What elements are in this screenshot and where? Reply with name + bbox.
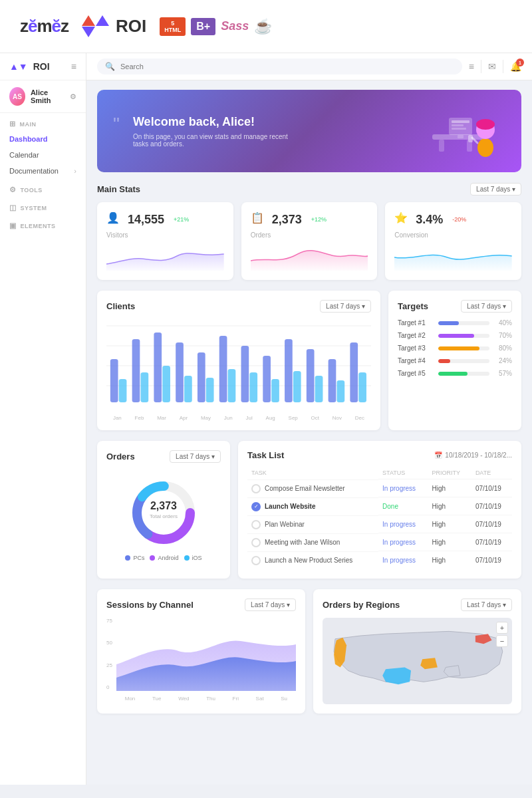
visitors-icon: 👤 — [106, 211, 122, 227]
svg-rect-32 — [271, 379, 279, 402]
task-checkbox-2[interactable]: ✓ — [251, 502, 261, 511]
menu-icon[interactable]: ≡ — [469, 61, 474, 72]
visitors-change: +21% — [174, 216, 189, 223]
bar-chart-labels: Jan Feb Mar Apr May Jun Jul Aug Sep Oct … — [106, 415, 371, 421]
task-checkbox-3[interactable] — [251, 520, 261, 529]
svg-rect-23 — [176, 342, 184, 402]
roi-logo: ROI — [82, 15, 146, 37]
search-icon: 🔍 — [105, 62, 115, 71]
task-checkbox-4[interactable] — [251, 538, 261, 547]
sass-badge: Sass — [221, 19, 249, 33]
svg-rect-31 — [263, 356, 271, 402]
svg-rect-17 — [110, 359, 118, 402]
elements-icon: ▣ — [9, 221, 17, 230]
svg-rect-34 — [293, 371, 301, 402]
task-list-card: Task List 📅 10/18/2019 - 10/18/2... TASK… — [238, 441, 521, 579]
notification-badge: 1 — [516, 59, 524, 66]
nav-section-main: ⊞ MAIN — [0, 113, 86, 131]
brand-name: ROI — [33, 61, 50, 72]
sessions-filter[interactable]: Last 7 days ▾ — [245, 598, 296, 611]
legend-android: Android — [150, 555, 178, 561]
welcome-greeting: Welcome back, Alice! — [133, 115, 293, 129]
task-list-header: Task List 📅 10/18/2019 - 10/18/2... — [247, 450, 512, 460]
svg-point-10 — [476, 119, 495, 130]
tools-icon: ⚙ — [9, 186, 17, 194]
table-row: Compose Email Newsletter In progress Hig… — [247, 479, 512, 497]
sessions-title: Sessions by Channel — [106, 600, 194, 610]
targets-header: Targets Last 7 days ▾ — [398, 300, 512, 313]
content-area: 🔍 ≡ ✉ 🔔 1 " Welcome bac — [86, 53, 532, 785]
task-checkbox-1[interactable] — [251, 484, 261, 493]
conversion-chart — [394, 244, 512, 271]
sidebar-item-dashboard[interactable]: Dashboard — [0, 131, 86, 147]
search-input[interactable] — [120, 63, 454, 70]
main-layout: ▲▼ ROI ≡ AS Alice Smith ⚙ ⊞ MAIN Dashboa… — [0, 53, 532, 785]
sidebar-item-documentation[interactable]: Documentation — [0, 163, 86, 179]
map-container: + − — [323, 618, 512, 704]
user-name: Alice Smith — [31, 88, 65, 104]
visitors-label: Visitors — [106, 231, 224, 239]
welcome-illustration — [419, 104, 505, 158]
bottom-row: Sessions by Channel Last 7 days ▾ 75 50 … — [97, 589, 521, 714]
brand-logos: zĕmĕz ROI 5 HTML B+ Sass — [20, 15, 272, 37]
svg-rect-25 — [198, 352, 205, 402]
sidebar-item-calendar[interactable]: Calendar — [0, 147, 86, 163]
task-date-range: 📅 10/18/2019 - 10/18/2... — [434, 452, 512, 459]
zoom-in-button[interactable]: + — [496, 622, 508, 634]
target-bar-4 — [438, 359, 450, 363]
stat-card-visitors: 👤 14,555 +21% Visitors — [97, 202, 233, 280]
hamburger-icon[interactable]: ≡ — [71, 61, 76, 72]
orders-regions-filter[interactable]: Last 7 days ▾ — [461, 598, 512, 611]
zemes-logo: zĕmĕz — [20, 16, 68, 37]
svg-rect-22 — [162, 366, 170, 402]
notification-icon[interactable]: 🔔 1 — [510, 61, 521, 72]
svg-rect-19 — [132, 339, 140, 402]
svg-rect-28 — [228, 369, 236, 402]
task-table-header-row: TASK STATUS PRIORITY DATE — [247, 467, 512, 479]
conversion-value: 3.4% — [416, 213, 443, 227]
gulp-badge: ☕ — [254, 18, 272, 35]
sidebar-user: AS Alice Smith ⚙ — [0, 80, 86, 113]
table-row: Plan Webinar In progress High 07/10/19 — [247, 515, 512, 533]
visitors-chart — [106, 244, 224, 271]
clients-title: Clients — [106, 301, 135, 311]
svg-rect-29 — [241, 346, 249, 402]
donut-container: 2,373 Total orders PCs Android — [106, 469, 221, 568]
orders-filter[interactable]: Last 7 days ▾ — [170, 450, 221, 463]
mail-icon[interactable]: ✉ — [488, 61, 496, 72]
conversion-change: -20% — [452, 216, 466, 223]
orders-regions-title: Orders by Regions — [323, 600, 400, 610]
table-row: ✓ Launch Website Done High 07/10/19 — [247, 497, 512, 515]
donut-legend: PCs Android iOS — [125, 555, 201, 561]
legend-pcs: PCs — [125, 555, 144, 561]
target-rows: Target #1 40% Target #2 70% — [398, 319, 512, 377]
main-stats-filter[interactable]: Last 7 days ▾ — [470, 183, 521, 196]
sessions-header: Sessions by Channel Last 7 days ▾ — [106, 598, 296, 611]
svg-rect-26 — [206, 378, 214, 402]
stat-card-header-visitors: 👤 14,555 +21% — [106, 211, 224, 227]
orders-card: Orders Last 7 days ▾ 2,373 — [97, 441, 230, 579]
orders-header: Orders Last 7 days ▾ — [106, 450, 221, 463]
settings-icon[interactable]: ⚙ — [70, 92, 76, 101]
main-stats-header: Main Stats Last 7 days ▾ — [97, 183, 521, 196]
col-priority: PRIORITY — [428, 467, 471, 479]
map-zoom-controls: + − — [496, 622, 508, 647]
bar-chart — [106, 319, 371, 412]
task-checkbox-5[interactable] — [251, 556, 261, 565]
sessions-chart: Mon Tue Wed Thu Fri Sat Su — [116, 618, 296, 702]
svg-rect-5 — [452, 120, 469, 123]
zoom-out-button[interactable]: − — [496, 635, 508, 647]
welcome-banner: " Welcome back, Alice! On this page, you… — [97, 90, 521, 172]
stat-card-header-conversion: ⭐ 3.4% -20% — [394, 211, 512, 227]
sessions-card: Sessions by Channel Last 7 days ▾ 75 50 … — [97, 589, 305, 714]
target-bar-5 — [438, 372, 467, 376]
svg-rect-38 — [336, 380, 344, 402]
target-row-1: Target #1 40% — [398, 319, 512, 327]
topbar-icons: ≡ ✉ 🔔 1 — [469, 60, 521, 73]
col-task: TASK — [247, 467, 378, 479]
clients-filter[interactable]: Last 7 days ▾ — [320, 300, 371, 313]
search-box: 🔍 — [97, 59, 462, 74]
sidebar: ▲▼ ROI ≡ AS Alice Smith ⚙ ⊞ MAIN Dashboa… — [0, 53, 86, 785]
divider — [481, 60, 481, 73]
targets-filter[interactable]: Last 7 days ▾ — [461, 300, 512, 313]
